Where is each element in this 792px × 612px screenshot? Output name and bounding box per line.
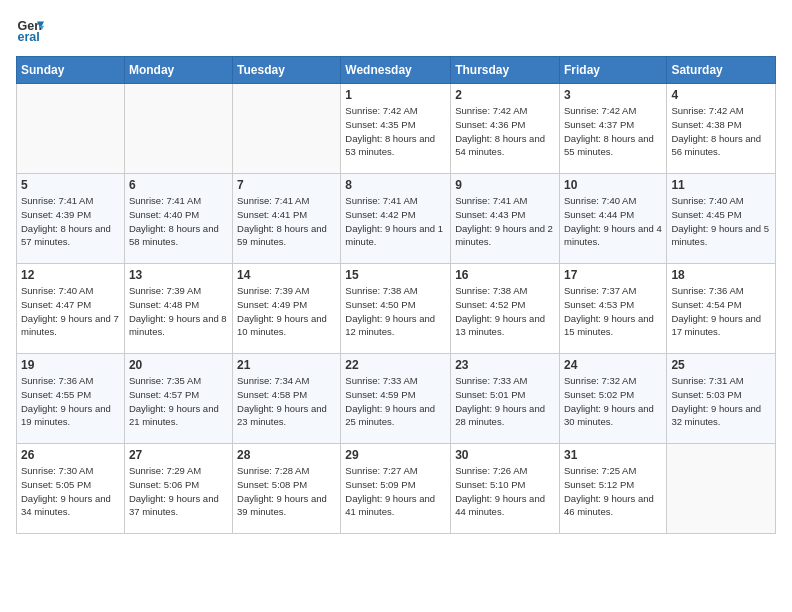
day-number: 31 xyxy=(564,448,662,462)
calendar-cell: 14Sunrise: 7:39 AM Sunset: 4:49 PM Dayli… xyxy=(233,264,341,354)
calendar-cell: 4Sunrise: 7:42 AM Sunset: 4:38 PM Daylig… xyxy=(667,84,776,174)
calendar-cell: 12Sunrise: 7:40 AM Sunset: 4:47 PM Dayli… xyxy=(17,264,125,354)
day-info: Sunrise: 7:32 AM Sunset: 5:02 PM Dayligh… xyxy=(564,374,662,429)
calendar-cell: 29Sunrise: 7:27 AM Sunset: 5:09 PM Dayli… xyxy=(341,444,451,534)
day-number: 26 xyxy=(21,448,120,462)
day-info: Sunrise: 7:42 AM Sunset: 4:35 PM Dayligh… xyxy=(345,104,446,159)
calendar-cell: 2Sunrise: 7:42 AM Sunset: 4:36 PM Daylig… xyxy=(451,84,560,174)
calendar-cell: 25Sunrise: 7:31 AM Sunset: 5:03 PM Dayli… xyxy=(667,354,776,444)
day-info: Sunrise: 7:42 AM Sunset: 4:37 PM Dayligh… xyxy=(564,104,662,159)
logo: Gen eral xyxy=(16,16,48,44)
day-info: Sunrise: 7:42 AM Sunset: 4:38 PM Dayligh… xyxy=(671,104,771,159)
calendar-body: 1Sunrise: 7:42 AM Sunset: 4:35 PM Daylig… xyxy=(17,84,776,534)
day-info: Sunrise: 7:40 AM Sunset: 4:44 PM Dayligh… xyxy=(564,194,662,249)
day-info: Sunrise: 7:37 AM Sunset: 4:53 PM Dayligh… xyxy=(564,284,662,339)
day-info: Sunrise: 7:41 AM Sunset: 4:40 PM Dayligh… xyxy=(129,194,228,249)
calendar-cell: 15Sunrise: 7:38 AM Sunset: 4:50 PM Dayli… xyxy=(341,264,451,354)
day-number: 20 xyxy=(129,358,228,372)
day-info: Sunrise: 7:38 AM Sunset: 4:52 PM Dayligh… xyxy=(455,284,555,339)
day-number: 19 xyxy=(21,358,120,372)
day-number: 25 xyxy=(671,358,771,372)
svg-text:eral: eral xyxy=(17,30,39,44)
calendar-cell: 18Sunrise: 7:36 AM Sunset: 4:54 PM Dayli… xyxy=(667,264,776,354)
calendar-cell: 13Sunrise: 7:39 AM Sunset: 4:48 PM Dayli… xyxy=(124,264,232,354)
day-info: Sunrise: 7:29 AM Sunset: 5:06 PM Dayligh… xyxy=(129,464,228,519)
day-info: Sunrise: 7:31 AM Sunset: 5:03 PM Dayligh… xyxy=(671,374,771,429)
calendar-cell: 27Sunrise: 7:29 AM Sunset: 5:06 PM Dayli… xyxy=(124,444,232,534)
day-number: 3 xyxy=(564,88,662,102)
day-number: 22 xyxy=(345,358,446,372)
calendar-table: SundayMondayTuesdayWednesdayThursdayFrid… xyxy=(16,56,776,534)
day-number: 4 xyxy=(671,88,771,102)
calendar-cell: 23Sunrise: 7:33 AM Sunset: 5:01 PM Dayli… xyxy=(451,354,560,444)
day-number: 6 xyxy=(129,178,228,192)
day-number: 17 xyxy=(564,268,662,282)
day-info: Sunrise: 7:41 AM Sunset: 4:41 PM Dayligh… xyxy=(237,194,336,249)
calendar-cell: 6Sunrise: 7:41 AM Sunset: 4:40 PM Daylig… xyxy=(124,174,232,264)
day-number: 1 xyxy=(345,88,446,102)
day-info: Sunrise: 7:33 AM Sunset: 5:01 PM Dayligh… xyxy=(455,374,555,429)
day-info: Sunrise: 7:38 AM Sunset: 4:50 PM Dayligh… xyxy=(345,284,446,339)
day-number: 12 xyxy=(21,268,120,282)
calendar-cell: 24Sunrise: 7:32 AM Sunset: 5:02 PM Dayli… xyxy=(559,354,666,444)
page-header: Gen eral xyxy=(16,16,776,44)
weekday-row: SundayMondayTuesdayWednesdayThursdayFrid… xyxy=(17,57,776,84)
day-number: 21 xyxy=(237,358,336,372)
calendar-cell: 8Sunrise: 7:41 AM Sunset: 4:42 PM Daylig… xyxy=(341,174,451,264)
day-info: Sunrise: 7:41 AM Sunset: 4:42 PM Dayligh… xyxy=(345,194,446,249)
day-info: Sunrise: 7:35 AM Sunset: 4:57 PM Dayligh… xyxy=(129,374,228,429)
day-number: 27 xyxy=(129,448,228,462)
day-number: 15 xyxy=(345,268,446,282)
day-info: Sunrise: 7:33 AM Sunset: 4:59 PM Dayligh… xyxy=(345,374,446,429)
day-info: Sunrise: 7:41 AM Sunset: 4:39 PM Dayligh… xyxy=(21,194,120,249)
calendar-cell: 1Sunrise: 7:42 AM Sunset: 4:35 PM Daylig… xyxy=(341,84,451,174)
day-info: Sunrise: 7:42 AM Sunset: 4:36 PM Dayligh… xyxy=(455,104,555,159)
day-info: Sunrise: 7:25 AM Sunset: 5:12 PM Dayligh… xyxy=(564,464,662,519)
day-info: Sunrise: 7:40 AM Sunset: 4:45 PM Dayligh… xyxy=(671,194,771,249)
calendar-cell xyxy=(17,84,125,174)
day-number: 16 xyxy=(455,268,555,282)
calendar-cell: 3Sunrise: 7:42 AM Sunset: 4:37 PM Daylig… xyxy=(559,84,666,174)
calendar-cell xyxy=(124,84,232,174)
day-number: 14 xyxy=(237,268,336,282)
day-info: Sunrise: 7:26 AM Sunset: 5:10 PM Dayligh… xyxy=(455,464,555,519)
day-number: 18 xyxy=(671,268,771,282)
calendar-cell xyxy=(667,444,776,534)
calendar-cell: 7Sunrise: 7:41 AM Sunset: 4:41 PM Daylig… xyxy=(233,174,341,264)
weekday-header: Friday xyxy=(559,57,666,84)
calendar-cell: 19Sunrise: 7:36 AM Sunset: 4:55 PM Dayli… xyxy=(17,354,125,444)
calendar-cell: 30Sunrise: 7:26 AM Sunset: 5:10 PM Dayli… xyxy=(451,444,560,534)
day-number: 29 xyxy=(345,448,446,462)
calendar-cell: 31Sunrise: 7:25 AM Sunset: 5:12 PM Dayli… xyxy=(559,444,666,534)
day-info: Sunrise: 7:30 AM Sunset: 5:05 PM Dayligh… xyxy=(21,464,120,519)
day-number: 2 xyxy=(455,88,555,102)
day-info: Sunrise: 7:36 AM Sunset: 4:55 PM Dayligh… xyxy=(21,374,120,429)
calendar-week-row: 19Sunrise: 7:36 AM Sunset: 4:55 PM Dayli… xyxy=(17,354,776,444)
day-number: 5 xyxy=(21,178,120,192)
day-info: Sunrise: 7:36 AM Sunset: 4:54 PM Dayligh… xyxy=(671,284,771,339)
day-number: 24 xyxy=(564,358,662,372)
calendar-cell: 22Sunrise: 7:33 AM Sunset: 4:59 PM Dayli… xyxy=(341,354,451,444)
day-info: Sunrise: 7:34 AM Sunset: 4:58 PM Dayligh… xyxy=(237,374,336,429)
day-info: Sunrise: 7:28 AM Sunset: 5:08 PM Dayligh… xyxy=(237,464,336,519)
day-number: 9 xyxy=(455,178,555,192)
calendar-week-row: 1Sunrise: 7:42 AM Sunset: 4:35 PM Daylig… xyxy=(17,84,776,174)
weekday-header: Wednesday xyxy=(341,57,451,84)
weekday-header: Monday xyxy=(124,57,232,84)
calendar-cell: 11Sunrise: 7:40 AM Sunset: 4:45 PM Dayli… xyxy=(667,174,776,264)
day-info: Sunrise: 7:27 AM Sunset: 5:09 PM Dayligh… xyxy=(345,464,446,519)
calendar-cell: 5Sunrise: 7:41 AM Sunset: 4:39 PM Daylig… xyxy=(17,174,125,264)
weekday-header: Tuesday xyxy=(233,57,341,84)
day-info: Sunrise: 7:40 AM Sunset: 4:47 PM Dayligh… xyxy=(21,284,120,339)
day-number: 28 xyxy=(237,448,336,462)
calendar-cell: 28Sunrise: 7:28 AM Sunset: 5:08 PM Dayli… xyxy=(233,444,341,534)
weekday-header: Saturday xyxy=(667,57,776,84)
day-number: 13 xyxy=(129,268,228,282)
day-info: Sunrise: 7:39 AM Sunset: 4:49 PM Dayligh… xyxy=(237,284,336,339)
day-number: 11 xyxy=(671,178,771,192)
day-number: 23 xyxy=(455,358,555,372)
calendar-cell: 17Sunrise: 7:37 AM Sunset: 4:53 PM Dayli… xyxy=(559,264,666,354)
day-info: Sunrise: 7:39 AM Sunset: 4:48 PM Dayligh… xyxy=(129,284,228,339)
logo-icon: Gen eral xyxy=(16,16,44,44)
day-number: 8 xyxy=(345,178,446,192)
